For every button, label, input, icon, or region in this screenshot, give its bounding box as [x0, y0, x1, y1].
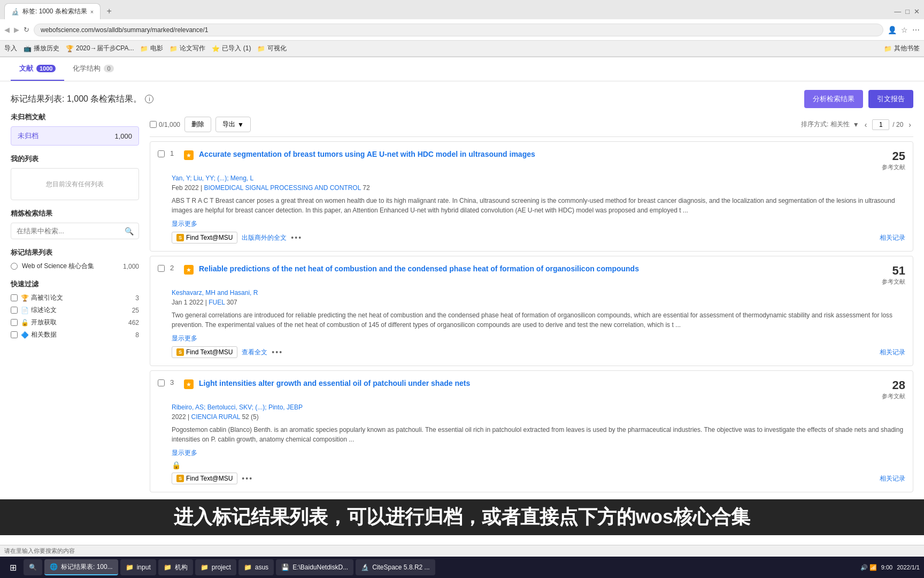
delete-button[interactable]: 删除	[184, 117, 211, 132]
paper-1-related-link[interactable]: 相关记录	[880, 233, 905, 242]
filter-open-access-checkbox[interactable]	[11, 319, 18, 326]
paper-1-checkbox[interactable]	[158, 150, 165, 157]
taskbar-citespace[interactable]: 🔬 CiteSpace 5.8.R2 ...	[356, 559, 435, 575]
page-number-input[interactable]	[872, 119, 889, 130]
paper-1-star[interactable]: ★	[184, 150, 194, 160]
maximize-button[interactable]: □	[905, 7, 910, 16]
minimize-button[interactable]: —	[894, 7, 901, 16]
paper-2-journal-link[interactable]: FUEL	[209, 299, 225, 306]
paper-1-title[interactable]: Accurate segmentation of breast tumors u…	[199, 149, 868, 160]
filter-related-data-label[interactable]: 🔷 相关数据	[21, 330, 132, 339]
bookmark-signin[interactable]: 导入	[4, 44, 17, 53]
analyze-button[interactable]: 分析检索结果	[804, 90, 863, 108]
search-in-results-input[interactable]	[11, 223, 139, 239]
paper-1-find-text-button[interactable]: S Find Text@MSU	[172, 232, 237, 244]
right-content: 0/1,000 删除 导出 ▼ 排序方式: 相关性 ▼ ‹ / 20 ›	[150, 112, 913, 497]
star-bookmark-icon[interactable]: ☆	[901, 26, 908, 34]
info-icon[interactable]: i	[145, 95, 153, 103]
paper-3-title[interactable]: Light intensities alter growth and essen…	[199, 378, 868, 389]
paper-1-show-more[interactable]: 显示更多	[172, 220, 197, 227]
paper-3-more-button[interactable]: •••	[242, 474, 253, 483]
reload-button[interactable]: ↻	[24, 26, 29, 34]
paper-2-authors: Keshavarz, MH and Hasani, R	[172, 289, 905, 296]
paper-3-find-text-button[interactable]: S Find Text@MSU	[172, 473, 237, 484]
paper-1-author-link[interactable]: Yan, Y; Liu, YY; (...); Meng, L	[172, 174, 253, 182]
paper-2-star[interactable]: ★	[184, 265, 194, 275]
taskbar-icons-system: 🔊 📶	[860, 564, 877, 571]
tab-bar: 🔬 标签: 1000 条检索结果 × + — □ ✕	[0, 0, 924, 19]
bookmark-paper[interactable]: 📁论文写作	[170, 44, 205, 53]
start-button[interactable]: ⊞	[4, 559, 21, 576]
active-tab[interactable]: 🔬 标签: 1000 条检索结果 ×	[4, 3, 101, 19]
taskbar-baidu-label: E:\BaiduNetdiskD...	[292, 564, 348, 571]
profile-icon[interactable]: 👤	[888, 26, 897, 34]
tab-close-button[interactable]: ×	[90, 9, 94, 15]
filter-review-label[interactable]: 📄 综述论文	[21, 306, 129, 315]
paper-1-journal-link[interactable]: BIOMEDICAL SIGNAL PROCESSING AND CONTROL	[204, 184, 361, 192]
new-tab-button[interactable]: +	[103, 5, 116, 18]
radio-wos-core-label[interactable]: Web of Science 核心合集	[22, 262, 94, 271]
page-header: 标记结果列表: 1,000 条检索结果。 i 分析检索结果 引文报告	[0, 81, 924, 112]
paper-3-journal-link[interactable]: CIENCIA RURAL	[191, 413, 240, 421]
taskbar-input[interactable]: 📁 input	[120, 559, 156, 575]
paper-3-checkbox[interactable]	[158, 379, 165, 386]
bookmark-visual[interactable]: 📁可视化	[257, 44, 287, 53]
paper-3-related-link[interactable]: 相关记录	[880, 474, 905, 483]
paper-2-show-more[interactable]: 显示更多	[172, 334, 197, 342]
address-bar: ◀ ▶ ↻ 👤 ☆ ⋯	[0, 19, 924, 41]
next-page-button[interactable]: ›	[906, 119, 913, 130]
taskbar-institution[interactable]: 📁 机构	[158, 559, 193, 575]
taskbar-search[interactable]: 🔍	[24, 559, 42, 575]
radio-wos-core: Web of Science 核心合集 1,000	[11, 262, 139, 271]
paper-2-find-text-button[interactable]: S Find Text@MSU	[172, 346, 237, 358]
paper-1-publisher-link[interactable]: 出版商外的全文	[242, 233, 287, 242]
sort-label: 排序方式: 相关性	[801, 120, 850, 129]
paper-2-checkbox[interactable]	[158, 265, 165, 272]
paper-1-date: Feb 2022 |	[172, 184, 204, 192]
paper-3-show-more[interactable]: 显示更多	[172, 449, 197, 457]
taskbar-browser[interactable]: 🌐 标记结果表: 100...	[44, 559, 118, 575]
paper-2-view-full-link[interactable]: 查看全文	[242, 348, 267, 357]
filter-open-access-label[interactable]: 🔓 开放获取	[21, 318, 125, 327]
bookmark-cpa[interactable]: 🏆2020→届千步CPA...	[66, 44, 134, 53]
back-button[interactable]: ◀	[4, 26, 10, 34]
citation-button[interactable]: 引文报告	[868, 90, 913, 108]
header-buttons: 分析检索结果 引文报告	[804, 90, 913, 108]
taskbar-asus[interactable]: 📁 asus	[238, 559, 274, 575]
filter-related-data-checkbox[interactable]	[11, 331, 18, 338]
bookmark-imported[interactable]: ⭐已导入 (1)	[212, 44, 251, 53]
taskbar-project[interactable]: 📁 project	[195, 559, 236, 575]
filter-highly-cited-checkbox[interactable]	[11, 294, 18, 301]
settings-icon[interactable]: ⋯	[912, 26, 920, 34]
doc-icon: 📄	[21, 307, 29, 314]
paper-2-author-link[interactable]: Keshavarz, MH and Hasani, R	[172, 289, 258, 296]
export-button[interactable]: 导出 ▼	[215, 117, 251, 132]
paper-3-vol: 52 (5)	[240, 413, 259, 421]
paper-2-title[interactable]: Reliable predictions of the net heat of …	[199, 264, 868, 275]
search-taskbar-icon: 🔍	[29, 564, 37, 571]
tab-literature[interactable]: 文献 1000	[11, 57, 64, 81]
paper-2-num: 2	[170, 264, 179, 272]
prev-page-button[interactable]: ‹	[863, 119, 869, 130]
forward-button[interactable]: ▶	[14, 26, 19, 34]
bookmark-others[interactable]: 📁其他书签	[884, 44, 920, 53]
tab-title: 标签: 1000 条检索结果	[22, 7, 87, 16]
bookmark-movie[interactable]: 📁电影	[140, 44, 163, 53]
paper-3-author-link[interactable]: Ribeiro, AS; Bertolucci, SKV; (...); Pin…	[172, 404, 303, 411]
paper-3-star[interactable]: ★	[184, 379, 194, 389]
paper-2-related-link[interactable]: 相关记录	[880, 348, 905, 357]
radio-wos-core-input[interactable]	[11, 263, 18, 270]
unarchived-item[interactable]: 未归档 1,000	[11, 126, 139, 146]
close-window-button[interactable]: ✕	[914, 7, 920, 16]
tab-chemistry[interactable]: 化学结构 0	[64, 57, 122, 81]
filter-highly-cited-label[interactable]: 🏆 高被引论文	[21, 293, 132, 302]
search-icon[interactable]: 🔍	[125, 227, 134, 235]
paper-2-more-button[interactable]: •••	[272, 348, 283, 356]
paper-1-more-button[interactable]: •••	[291, 233, 302, 242]
bookmark-history[interactable]: 📺播放历史	[24, 44, 59, 53]
url-input[interactable]	[34, 24, 883, 36]
paper-3-find-text-label: Find Text@MSU	[186, 475, 233, 482]
select-all-checkbox[interactable]	[150, 121, 157, 128]
filter-review-checkbox[interactable]	[11, 307, 18, 314]
taskbar-baidu[interactable]: 💾 E:\BaiduNetdiskD...	[276, 559, 353, 575]
